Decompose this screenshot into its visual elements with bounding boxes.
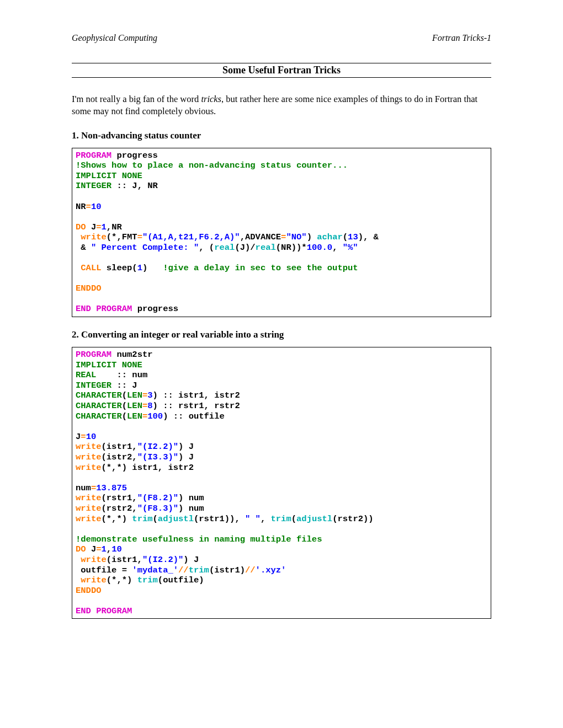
- code-text: (NR))*: [276, 243, 307, 253]
- code-func: trim: [132, 514, 152, 524]
- code-string: "(F8.3)": [137, 504, 178, 513]
- code-op: =: [142, 390, 147, 400]
- code-string: " ": [245, 514, 261, 524]
- code-text: ,: [107, 544, 111, 554]
- code-func: adjustl: [158, 514, 194, 524]
- code-func: write: [76, 504, 102, 513]
- code-func: write: [76, 442, 102, 452]
- code-text: (istr1,: [107, 555, 142, 565]
- code-text: :: num: [96, 370, 147, 380]
- intro-paragraph: I'm not really a big fan of the word tri…: [72, 93, 491, 118]
- code-text: (: [343, 232, 348, 242]
- code-comment: !give a delay in sec to see the output: [163, 263, 358, 273]
- code-text: (*,: [107, 232, 122, 242]
- code-func: real: [256, 243, 276, 253]
- code-string: "NO": [286, 232, 306, 242]
- code-keyword: END PROGRAM: [76, 606, 132, 616]
- code-text: sleep(: [102, 263, 137, 273]
- code-text: FMT: [122, 232, 137, 242]
- code-number: 3: [147, 390, 152, 400]
- code-keyword: CHARACTER: [76, 390, 122, 400]
- code-text: outfile =: [76, 565, 132, 575]
- code-text: (: [122, 401, 127, 411]
- code-string: "(I3.3)": [137, 452, 178, 462]
- code-text: ), &: [358, 232, 379, 242]
- code-text: (*,*): [102, 514, 132, 524]
- code-number: 10: [91, 202, 102, 212]
- code-func: write: [76, 463, 102, 473]
- code-text: J: [86, 544, 97, 554]
- code-text: ) :: rstr1, rstr2: [153, 401, 240, 411]
- code-keyword: CHARACTER: [76, 411, 122, 421]
- code-text: ) :: istr1, istr2: [153, 390, 240, 400]
- code-text: (istr1): [209, 565, 245, 575]
- code-func: trim: [189, 565, 209, 575]
- title-rule-wrap: Some Useful Fortran Tricks: [72, 63, 491, 78]
- code-text: num: [76, 483, 91, 493]
- code-text: NR: [76, 202, 86, 212]
- code-text: (rstr2,: [102, 504, 137, 513]
- code-keyword: LEN: [127, 411, 142, 421]
- code-text: (: [122, 390, 127, 400]
- code-string: "(I2.2)": [142, 555, 183, 565]
- code-keyword: DO: [76, 222, 86, 232]
- code-text: &: [76, 243, 91, 253]
- code-number: 10: [111, 544, 122, 554]
- code-keyword: INTEGER: [76, 181, 111, 191]
- code-keyword: ENDDO: [76, 283, 102, 293]
- code-func: trim: [137, 575, 158, 585]
- code-string: 'mydata_': [132, 565, 178, 575]
- code-text: ,: [332, 243, 343, 253]
- code-keyword: ENDDO: [76, 586, 102, 596]
- code-text: (rstr1,: [102, 493, 137, 503]
- code-string: " Percent Complete: ": [91, 243, 199, 253]
- intro-text-a: I'm not really a big fan of the word: [72, 94, 201, 104]
- code-text: (: [291, 514, 296, 524]
- code-string: '.xyz': [256, 565, 286, 575]
- code-text: ) :: outfile: [163, 411, 225, 421]
- code-op: =: [142, 411, 147, 421]
- code-text: progress: [132, 304, 178, 314]
- code-text: :: J: [111, 381, 137, 390]
- code-number: 1: [102, 222, 107, 232]
- code-keyword: END PROGRAM: [76, 304, 132, 314]
- code-op: =: [96, 544, 101, 554]
- code-func: write: [76, 493, 102, 503]
- header-right: Fortran Tricks-1: [432, 33, 491, 43]
- code-number: 13.875: [96, 483, 127, 493]
- code-func: write: [76, 575, 107, 585]
- code-op: =: [96, 222, 101, 232]
- code-comment: !Shows how to place a non-advancing stat…: [76, 160, 348, 170]
- code-op: =: [86, 202, 91, 212]
- code-text: (istr2,: [102, 452, 137, 462]
- code-comment: !demonstrate usefulness in naming multip…: [76, 534, 322, 544]
- code-op: //: [178, 565, 189, 575]
- code-keyword: DO: [76, 544, 86, 554]
- code-func: write: [76, 514, 102, 524]
- code-string: "(F8.2)": [137, 493, 178, 503]
- page-title: Some Useful Fortran Tricks: [72, 65, 491, 76]
- code-func: write: [76, 555, 107, 565]
- code-text: ): [307, 232, 312, 242]
- code-text: num2str: [111, 350, 152, 360]
- code-func: write: [76, 452, 102, 462]
- code-string: "(A1,A,t21,F6.2,A)": [142, 232, 240, 242]
- code-number: 1: [137, 263, 142, 273]
- code-number: 10: [86, 432, 97, 442]
- code-text: ) num: [178, 493, 204, 503]
- code-text: (rstr1)),: [194, 514, 245, 524]
- code-number: 8: [147, 401, 152, 411]
- code-text: (rstr2)): [332, 514, 373, 524]
- code-keyword: IMPLICIT NONE: [76, 171, 142, 181]
- code-func: write: [76, 232, 107, 242]
- code-text: ,: [261, 514, 271, 524]
- code-number: 100: [147, 411, 163, 421]
- code-keyword: CALL: [76, 263, 102, 273]
- code-keyword: IMPLICIT NONE: [76, 360, 142, 370]
- code-text: (J)/: [235, 243, 255, 253]
- section-1-heading: 1. Non-advancing status counter: [72, 130, 491, 141]
- intro-emphasis: tricks: [201, 94, 221, 104]
- code-text: (*,*) istr1, istr2: [102, 463, 194, 473]
- code-text: (: [122, 411, 127, 421]
- code-block-1: PROGRAM progress !Shows how to place a n…: [72, 148, 491, 318]
